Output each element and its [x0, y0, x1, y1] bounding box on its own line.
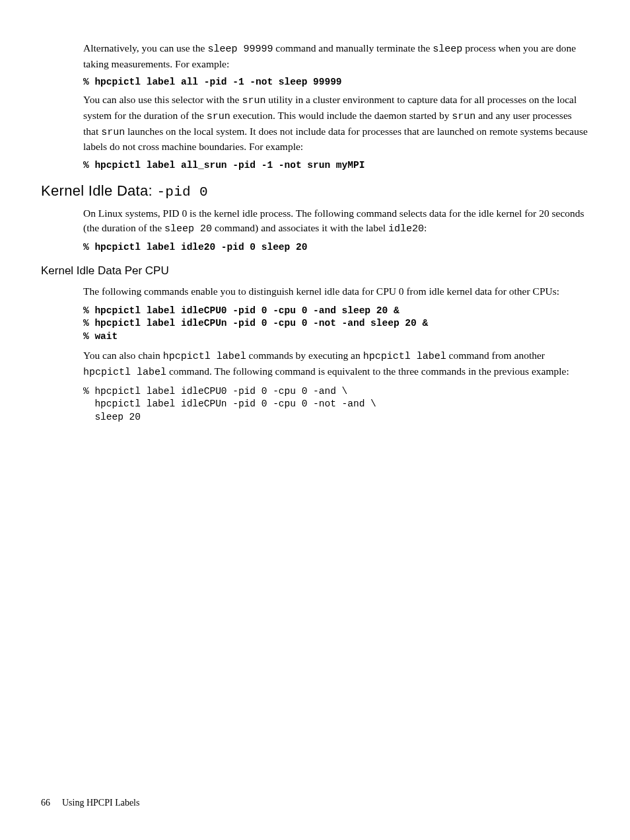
paragraph-1: Alternatively, you can use the sleep 999… — [83, 41, 589, 71]
footer-title: Using HPCPI Labels — [62, 798, 139, 808]
text: command and manually terminate the — [273, 42, 433, 54]
page-number: 66 — [41, 798, 50, 808]
text: You can also use this selector with the — [83, 94, 242, 105]
heading-kernel-idle-data: Kernel Idle Data: -pid 0 — [41, 182, 589, 200]
paragraph-4: The following commands enable you to dis… — [83, 284, 589, 299]
text: You can also chain — [83, 350, 163, 361]
text: command. The following command is equiva… — [166, 365, 569, 377]
inline-code: idle20 — [388, 223, 424, 235]
text: execution. This would include the daemon… — [230, 110, 452, 121]
inline-code: hpcpictl label — [363, 351, 446, 362]
heading-code: -pid 0 — [157, 184, 207, 200]
text: : — [424, 222, 427, 233]
paragraph-3: On Linux systems, PID 0 is the kernel id… — [83, 206, 589, 237]
inline-code: sleep 20 — [164, 223, 212, 235]
inline-code: sleep — [433, 44, 462, 55]
inline-code: sleep 99999 — [207, 44, 273, 55]
paragraph-2: You can also use this selector with the … — [83, 93, 589, 155]
inline-code: srun — [452, 111, 475, 122]
text: command from another — [446, 350, 545, 361]
inline-code: srun — [101, 127, 125, 138]
text: Alternatively, you can use the — [83, 42, 207, 54]
inline-code: hpcpictl label — [163, 351, 246, 362]
code-example-1: % hpcpictl label all -pid -1 -not sleep … — [83, 77, 589, 87]
text: command) and associates it with the labe… — [212, 222, 388, 233]
inline-code: srun — [242, 95, 265, 106]
code-example-2: % hpcpictl label all_srun -pid -1 -not s… — [83, 160, 589, 171]
code-example-5: % hpcpictl label idleCPU0 -pid 0 -cpu 0 … — [83, 385, 589, 424]
heading-text: Kernel Idle Data: — [41, 182, 157, 199]
text: commands by executing an — [246, 350, 363, 361]
code-example-4: % hpcpictl label idleCPU0 -pid 0 -cpu 0 … — [83, 305, 589, 344]
inline-code: srun — [207, 111, 230, 122]
code-example-3: % hpcpictl label idle20 -pid 0 sleep 20 — [83, 242, 589, 252]
heading-kernel-idle-per-cpu: Kernel Idle Data Per CPU — [41, 264, 589, 278]
inline-code: hpcpictl label — [83, 367, 166, 378]
paragraph-5: You can also chain hpcpictl label comman… — [83, 348, 589, 380]
page-footer: 66Using HPCPI Labels — [41, 798, 139, 808]
text: launches on the local system. It does no… — [83, 126, 588, 153]
